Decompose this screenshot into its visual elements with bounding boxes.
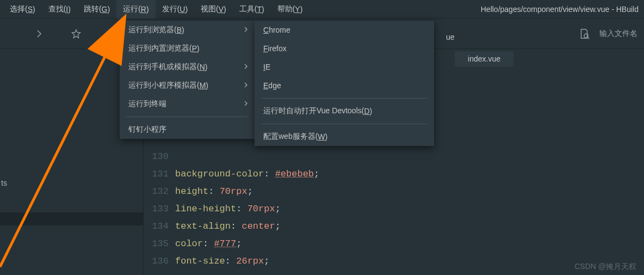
menubar: 选择(S) 查找(I) 跳转(G) 运行(R) 发行(U) 视图(V) 工具(T… (0, 0, 644, 19)
menu-run[interactable]: 运行(R) (116, 0, 155, 19)
search-placeholder[interactable]: 输入文件名 (599, 29, 637, 39)
file-search-icon[interactable] (577, 26, 592, 41)
dd-firefox[interactable]: Firefox (255, 39, 434, 58)
separator (261, 124, 428, 124)
code-line: text-align: center; (175, 218, 644, 235)
dd-run-miniprogram[interactable]: 运行到小程序模拟器(M) (120, 76, 255, 95)
run-dropdown: 运行到浏览器(B) 运行到内置浏览器(P) 运行到手机或模拟器(N) 运行到小程… (120, 21, 255, 139)
browser-submenu: Chrome Firefox IE Edge 运行时自动打开Vue Devtoo… (255, 21, 434, 146)
dd-run-browser[interactable]: 运行到浏览器(B) (120, 21, 255, 39)
dd-dingding[interactable]: 钉钉小程序 (120, 120, 255, 139)
menu-select[interactable]: 选择(S) (3, 0, 42, 19)
menu-find[interactable]: 查找(I) (42, 0, 77, 19)
chevron-right-icon (243, 26, 249, 34)
line-number: 133 (144, 200, 175, 218)
dd-run-terminal[interactable]: 运行到终端 (120, 95, 255, 113)
menu-help[interactable]: 帮助(Y) (271, 0, 309, 19)
separator (261, 98, 428, 99)
dd-run-internal-browser[interactable]: 运行到内置浏览器(P) (120, 39, 255, 58)
dd-config-webserver[interactable]: 配置web服务器(W) (255, 127, 434, 146)
svg-point-0 (584, 34, 588, 38)
partial-tab-text: ue (446, 33, 455, 41)
code-line: color: #777; (175, 235, 644, 253)
dd-chrome[interactable]: Chrome (255, 21, 434, 39)
line-number: 131 (144, 166, 175, 183)
code-line: line-height: 70rpx; (175, 200, 644, 218)
chevron-right-icon (243, 63, 249, 71)
line-number: 132 (144, 183, 175, 200)
menu-tools[interactable]: 工具(T) (233, 0, 271, 19)
line-number: 135 (144, 235, 175, 253)
line-number: 130 (144, 148, 175, 166)
code-line (175, 148, 644, 166)
separator (126, 117, 248, 117)
code-line: font-size: 26rpx; (175, 253, 644, 270)
line-number: 136 (144, 253, 175, 270)
dd-edge[interactable]: Edge (255, 76, 434, 95)
tab-label: index.vue (468, 54, 500, 63)
chevron-right-icon (243, 81, 249, 90)
code-line: background-color: #ebebeb; (175, 166, 644, 183)
code-line: height: 70rpx; (175, 183, 644, 200)
sidebar-selection (0, 212, 143, 225)
dd-run-phone[interactable]: 运行到手机或模拟器(N) (120, 58, 255, 76)
menu-publish[interactable]: 发行(U) (156, 0, 194, 19)
tab-index-vue[interactable]: index.vue (455, 51, 513, 66)
star-icon[interactable] (69, 26, 84, 41)
sidebar-partial-text: ts (0, 178, 8, 188)
forward-icon[interactable] (32, 26, 47, 41)
line-number: 134 (144, 218, 175, 235)
dd-vue-devtools[interactable]: 运行时自动打开Vue Devtools(D) (255, 102, 434, 120)
chevron-right-icon (243, 100, 249, 108)
menu-view[interactable]: 视图(V) (194, 0, 233, 19)
watermark: CSDN @掩月天权 (574, 262, 636, 272)
menu-goto[interactable]: 跳转(G) (77, 0, 116, 19)
dd-ie[interactable]: IE (255, 58, 434, 76)
window-title: Hello/pages/component/view/view.vue - HB… (481, 5, 641, 14)
